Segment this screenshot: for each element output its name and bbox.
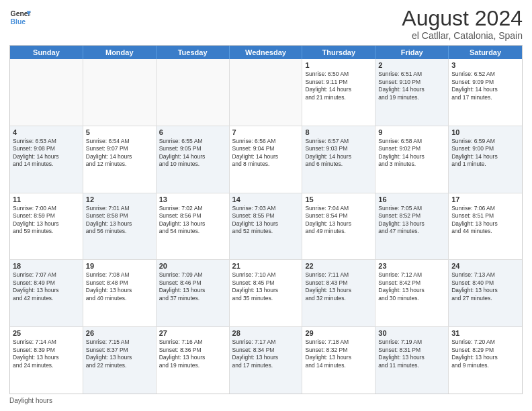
calendar-week-row: 4Sunrise: 6:53 AM Sunset: 9:08 PM Daylig… (10, 126, 522, 193)
cell-details: Sunrise: 7:15 AM Sunset: 8:37 PM Dayligh… (86, 338, 153, 369)
cell-details: Sunrise: 6:55 AM Sunset: 9:05 PM Dayligh… (159, 138, 226, 169)
day-number: 12 (86, 195, 153, 203)
day-of-week-header: Tuesday (157, 46, 230, 59)
calendar-cell: 11Sunrise: 7:00 AM Sunset: 8:59 PM Dayli… (10, 193, 83, 260)
calendar-cell: 25Sunrise: 7:14 AM Sunset: 8:39 PM Dayli… (10, 327, 83, 394)
header: General Blue August 2024 el Catllar, Cat… (9, 7, 523, 41)
day-of-week-header: Monday (83, 46, 157, 59)
calendar-cell: 24Sunrise: 7:13 AM Sunset: 8:40 PM Dayli… (449, 260, 522, 326)
calendar-cell: 2Sunrise: 6:51 AM Sunset: 9:10 PM Daylig… (375, 59, 449, 126)
main-title: August 2024 (402, 7, 523, 30)
calendar-cell: 20Sunrise: 7:09 AM Sunset: 8:46 PM Dayli… (157, 260, 230, 326)
day-number: 31 (451, 329, 519, 337)
calendar-week-row: 11Sunrise: 7:00 AM Sunset: 8:59 PM Dayli… (10, 193, 522, 261)
cell-details: Sunrise: 7:12 AM Sunset: 8:42 PM Dayligh… (378, 271, 445, 302)
cell-details: Sunrise: 6:58 AM Sunset: 9:02 PM Dayligh… (378, 138, 445, 169)
calendar-cell: 12Sunrise: 7:01 AM Sunset: 8:58 PM Dayli… (83, 193, 157, 260)
day-number: 6 (159, 128, 226, 136)
logo: General Blue (9, 7, 31, 28)
day-number: 23 (378, 262, 445, 270)
day-number: 28 (232, 329, 300, 337)
footer: Daylight hours (9, 397, 523, 404)
day-number: 3 (451, 61, 519, 69)
calendar-cell (83, 59, 157, 126)
calendar-cell: 27Sunrise: 7:16 AM Sunset: 8:36 PM Dayli… (157, 327, 230, 394)
cell-details: Sunrise: 7:01 AM Sunset: 8:58 PM Dayligh… (86, 205, 153, 236)
calendar-week-row: 25Sunrise: 7:14 AM Sunset: 8:39 PM Dayli… (10, 327, 522, 394)
cell-details: Sunrise: 7:06 AM Sunset: 8:51 PM Dayligh… (451, 205, 519, 236)
day-number: 26 (86, 329, 153, 337)
cell-details: Sunrise: 6:59 AM Sunset: 9:00 PM Dayligh… (451, 138, 519, 169)
cell-details: Sunrise: 6:57 AM Sunset: 9:03 PM Dayligh… (305, 138, 372, 169)
cell-details: Sunrise: 7:16 AM Sunset: 8:36 PM Dayligh… (159, 338, 226, 369)
calendar-cell: 10Sunrise: 6:59 AM Sunset: 9:00 PM Dayli… (449, 126, 522, 193)
calendar-cell: 18Sunrise: 7:07 AM Sunset: 8:49 PM Dayli… (10, 260, 83, 326)
cell-details: Sunrise: 7:10 AM Sunset: 8:45 PM Dayligh… (232, 271, 300, 302)
day-number: 25 (13, 329, 80, 337)
calendar: SundayMondayTuesdayWednesdayThursdayFrid… (9, 45, 523, 394)
calendar-cell: 7Sunrise: 6:56 AM Sunset: 9:04 PM Daylig… (230, 126, 303, 193)
day-number: 21 (232, 262, 300, 270)
cell-details: Sunrise: 7:02 AM Sunset: 8:56 PM Dayligh… (159, 205, 226, 236)
calendar-week-row: 1Sunrise: 6:50 AM Sunset: 9:11 PM Daylig… (10, 59, 522, 126)
cell-details: Sunrise: 6:50 AM Sunset: 9:11 PM Dayligh… (305, 71, 372, 101)
day-number: 16 (378, 195, 445, 203)
calendar-cell: 5Sunrise: 6:54 AM Sunset: 9:07 PM Daylig… (83, 126, 157, 193)
logo-icon: General Blue (9, 7, 31, 28)
cell-details: Sunrise: 7:14 AM Sunset: 8:39 PM Dayligh… (13, 338, 80, 369)
calendar-cell: 1Sunrise: 6:50 AM Sunset: 9:11 PM Daylig… (302, 59, 375, 126)
day-number: 10 (451, 128, 519, 136)
day-number: 19 (86, 262, 153, 270)
calendar-cell: 23Sunrise: 7:12 AM Sunset: 8:42 PM Dayli… (375, 260, 449, 326)
calendar-cell: 22Sunrise: 7:11 AM Sunset: 8:43 PM Dayli… (302, 260, 375, 326)
day-of-week-header: Thursday (302, 46, 375, 59)
calendar-cell: 13Sunrise: 7:02 AM Sunset: 8:56 PM Dayli… (157, 193, 230, 260)
calendar-cell: 8Sunrise: 6:57 AM Sunset: 9:03 PM Daylig… (302, 126, 375, 193)
day-number: 22 (305, 262, 372, 270)
day-number: 5 (86, 128, 153, 136)
day-of-week-header: Sunday (10, 46, 83, 59)
day-number: 7 (232, 128, 300, 136)
day-number: 17 (451, 195, 519, 203)
day-number: 13 (159, 195, 226, 203)
cell-details: Sunrise: 7:03 AM Sunset: 8:55 PM Dayligh… (232, 205, 300, 236)
calendar-cell: 31Sunrise: 7:20 AM Sunset: 8:29 PM Dayli… (449, 327, 522, 394)
day-of-week-header: Wednesday (230, 46, 303, 59)
day-number: 14 (232, 195, 300, 203)
day-of-week-header: Saturday (449, 46, 522, 59)
calendar-week-row: 18Sunrise: 7:07 AM Sunset: 8:49 PM Dayli… (10, 260, 522, 327)
calendar-header: SundayMondayTuesdayWednesdayThursdayFrid… (10, 46, 522, 59)
calendar-cell: 28Sunrise: 7:17 AM Sunset: 8:34 PM Dayli… (230, 327, 303, 394)
cell-details: Sunrise: 7:17 AM Sunset: 8:34 PM Dayligh… (232, 338, 300, 369)
cell-details: Sunrise: 6:51 AM Sunset: 9:10 PM Dayligh… (378, 71, 445, 101)
calendar-cell: 16Sunrise: 7:05 AM Sunset: 8:52 PM Dayli… (375, 193, 449, 260)
cell-details: Sunrise: 7:13 AM Sunset: 8:40 PM Dayligh… (451, 271, 519, 302)
svg-text:Blue: Blue (11, 18, 26, 26)
cell-details: Sunrise: 7:20 AM Sunset: 8:29 PM Dayligh… (451, 338, 519, 369)
day-number: 20 (159, 262, 226, 270)
cell-details: Sunrise: 7:00 AM Sunset: 8:59 PM Dayligh… (13, 205, 80, 236)
day-number: 27 (159, 329, 226, 337)
day-number: 29 (305, 329, 372, 337)
calendar-cell: 21Sunrise: 7:10 AM Sunset: 8:45 PM Dayli… (230, 260, 303, 326)
calendar-cell: 17Sunrise: 7:06 AM Sunset: 8:51 PM Dayli… (449, 193, 522, 260)
day-number: 18 (13, 262, 80, 270)
cell-details: Sunrise: 7:05 AM Sunset: 8:52 PM Dayligh… (378, 205, 445, 236)
page: General Blue August 2024 el Catllar, Cat… (0, 0, 532, 411)
cell-details: Sunrise: 7:19 AM Sunset: 8:31 PM Dayligh… (378, 338, 445, 369)
calendar-cell: 3Sunrise: 6:52 AM Sunset: 9:09 PM Daylig… (449, 59, 522, 126)
subtitle: el Catllar, Catalonia, Spain (402, 30, 523, 41)
day-number: 9 (378, 128, 445, 136)
calendar-body: 1Sunrise: 6:50 AM Sunset: 9:11 PM Daylig… (10, 59, 522, 394)
day-number: 24 (451, 262, 519, 270)
cell-details: Sunrise: 6:54 AM Sunset: 9:07 PM Dayligh… (86, 138, 153, 169)
calendar-cell: 30Sunrise: 7:19 AM Sunset: 8:31 PM Dayli… (375, 327, 449, 394)
cell-details: Sunrise: 6:52 AM Sunset: 9:09 PM Dayligh… (451, 71, 519, 101)
day-number: 2 (378, 61, 445, 69)
cell-details: Sunrise: 6:53 AM Sunset: 9:08 PM Dayligh… (13, 138, 80, 169)
calendar-cell: 6Sunrise: 6:55 AM Sunset: 9:05 PM Daylig… (157, 126, 230, 193)
calendar-cell: 19Sunrise: 7:08 AM Sunset: 8:48 PM Dayli… (83, 260, 157, 326)
day-number: 4 (13, 128, 80, 136)
cell-details: Sunrise: 7:18 AM Sunset: 8:32 PM Dayligh… (305, 338, 372, 369)
calendar-cell (10, 59, 83, 126)
